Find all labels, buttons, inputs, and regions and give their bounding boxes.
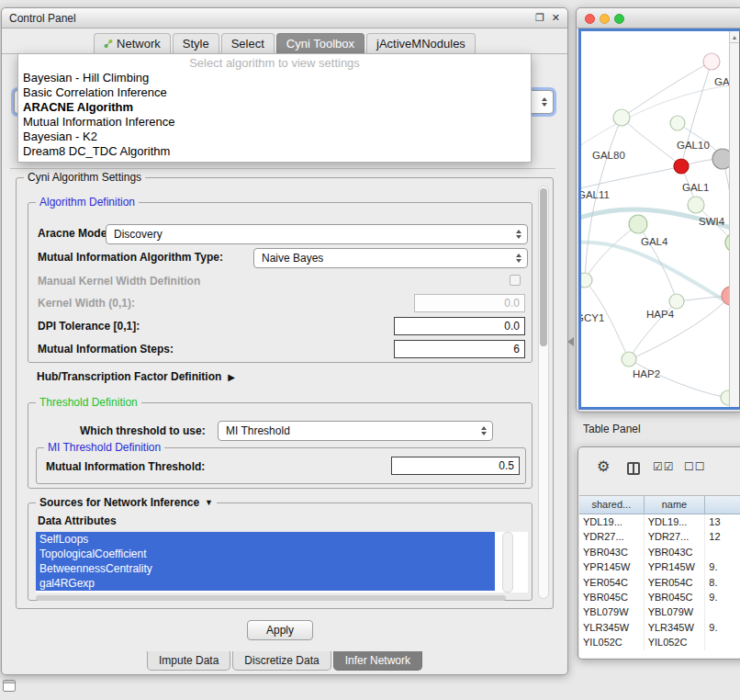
algorithm-option[interactable]: Dream8 DC_TDC Algorithm bbox=[18, 144, 531, 159]
table-row[interactable]: YBL079WYBL079W bbox=[579, 604, 740, 619]
network-edge[interactable] bbox=[581, 84, 729, 148]
scroll-up-icon[interactable]: ▲ bbox=[730, 31, 739, 43]
column-header[interactable] bbox=[705, 496, 740, 514]
combo-stepper-icon bbox=[513, 254, 527, 263]
network-node[interactable] bbox=[721, 390, 729, 405]
network-node[interactable] bbox=[613, 109, 630, 126]
network-node[interactable] bbox=[581, 273, 592, 288]
minimize-traffic-light-icon[interactable] bbox=[600, 14, 610, 24]
network-canvas[interactable]: GAL80GAL7GAL10GAL11GAL1SWI4GAL4GCY1HAP4H… bbox=[581, 31, 729, 407]
mi-steps-input[interactable] bbox=[394, 340, 525, 358]
dpi-tolerance-input[interactable] bbox=[394, 317, 525, 335]
attribute-list[interactable]: SelfLoopsTopologicalCoefficientBetweenne… bbox=[36, 532, 528, 593]
algorithm-option[interactable]: Mutual Information Inference bbox=[18, 115, 531, 130]
tab-network[interactable]: Network bbox=[94, 33, 171, 53]
bottom-tab-infer-network[interactable]: Infer Network bbox=[333, 651, 422, 671]
network-view-content[interactable]: GAL80GAL7GAL10GAL11GAL1SWI4GAL4GCY1HAP4H… bbox=[578, 28, 740, 410]
tab-style[interactable]: Style bbox=[173, 33, 219, 53]
attribute-item[interactable]: TopologicalCoefficient bbox=[36, 547, 495, 561]
table-row[interactable]: YLR345WYLR345W9. bbox=[579, 620, 740, 635]
settings-scrollbar-thumb[interactable] bbox=[540, 188, 547, 346]
attribute-list-hscrollbar[interactable] bbox=[36, 595, 506, 601]
column-header[interactable]: name bbox=[645, 496, 706, 514]
bottom-tab-impute-data[interactable]: Impute Data bbox=[147, 651, 230, 671]
network-edge[interactable] bbox=[581, 166, 681, 189]
network-node[interactable] bbox=[688, 197, 704, 213]
window-title: Control Panel bbox=[9, 12, 528, 25]
network-scrollbar[interactable]: ▲ bbox=[729, 31, 739, 407]
select-all-columns-icon[interactable]: ☑☑ bbox=[653, 460, 675, 473]
sources-title-text: Sources for Network Inference bbox=[39, 496, 199, 509]
node-attribute-table[interactable]: shared...name YDL19...YDL19...13YDR27...… bbox=[579, 495, 740, 658]
mi-threshold-input[interactable] bbox=[391, 457, 520, 475]
attribute-item[interactable]: SelfLoops bbox=[36, 532, 495, 547]
mi-algorithm-type-label: Mutual Information Algorithm Type: bbox=[38, 251, 223, 264]
algorithm-option[interactable]: Bayesian - K2 bbox=[18, 130, 531, 144]
network-edge[interactable] bbox=[723, 159, 729, 243]
network-node[interactable] bbox=[674, 159, 689, 174]
mi-steps-label: Mutual Information Steps: bbox=[38, 343, 174, 356]
settings-scrollbar[interactable] bbox=[538, 186, 549, 599]
combo-stepper-icon bbox=[539, 97, 553, 107]
network-node[interactable] bbox=[629, 215, 647, 233]
network-edge[interactable] bbox=[622, 62, 712, 118]
settings-group-title: Cyni Algorithm Settings bbox=[24, 171, 145, 184]
algorithm-option[interactable]: ARACNE Algorithm bbox=[18, 100, 531, 115]
close-traffic-light-icon[interactable] bbox=[585, 14, 595, 24]
close-window-icon[interactable]: ✕ bbox=[552, 13, 560, 23]
mi-algorithm-type-combobox[interactable]: Naive Bayes bbox=[253, 248, 528, 268]
attribute-item[interactable]: BetweennessCentrality bbox=[36, 561, 495, 576]
collapse-down-icon[interactable]: ▼ bbox=[205, 498, 213, 507]
hub-transcription-factor-section[interactable]: Hub/Transcription Factor Definition ▶ bbox=[37, 370, 235, 383]
apply-button[interactable]: Apply bbox=[247, 620, 313, 640]
table-row[interactable]: YDL19...YDL19...13 bbox=[579, 514, 740, 529]
columns-icon[interactable] bbox=[627, 462, 640, 475]
which-threshold-combobox[interactable]: MI Threshold bbox=[218, 421, 493, 441]
float-window-icon[interactable]: ❐ bbox=[535, 13, 544, 23]
network-node[interactable] bbox=[722, 287, 729, 305]
table-row[interactable]: YPR145WYPR145W9. bbox=[579, 559, 740, 574]
aracne-mode-label: Aracne Mode: bbox=[38, 227, 110, 240]
expand-right-icon[interactable]: ▶ bbox=[228, 372, 235, 382]
tab-jactivemnodules[interactable]: jActiveMNodules bbox=[366, 33, 476, 53]
tab-cyni-toolbox[interactable]: Cyni Toolbox bbox=[276, 33, 364, 53]
network-node[interactable] bbox=[622, 352, 636, 367]
manual-kernel-width-checkbox bbox=[510, 275, 521, 286]
table-cell: YDR27... bbox=[645, 529, 706, 544]
sources-group-title[interactable]: Sources for Network Inference ▼ bbox=[36, 496, 217, 509]
table-row[interactable]: YBR045CYBR045C9. bbox=[579, 590, 740, 604]
algorithm-option[interactable]: Bayesian - Hill Climbing bbox=[18, 71, 531, 85]
table-row[interactable]: YIL052CYIL052C bbox=[579, 635, 740, 649]
table-row[interactable]: YER054CYER054C8. bbox=[579, 575, 740, 590]
splitter-collapse-icon[interactable] bbox=[563, 337, 574, 346]
table-cell: YLR345W bbox=[579, 620, 645, 635]
column-header[interactable]: shared... bbox=[579, 496, 645, 514]
table-cell: YPR145W bbox=[579, 559, 645, 574]
minimized-window-icon[interactable] bbox=[3, 680, 16, 692]
attribute-list-scrollbar[interactable] bbox=[502, 532, 513, 593]
deselect-all-columns-icon[interactable]: ☐☐ bbox=[684, 460, 706, 473]
table-row[interactable]: YBR043CYBR043C bbox=[579, 545, 740, 559]
algorithm-option[interactable]: Basic Correlation Inference bbox=[18, 85, 531, 100]
combo-stepper-icon bbox=[478, 426, 492, 435]
node-label: GCY1 bbox=[581, 312, 604, 323]
table-row[interactable]: YDR27...YDR27...12 bbox=[579, 529, 740, 544]
algorithm-definition-title: Algorithm Definition bbox=[36, 196, 139, 209]
network-edge[interactable] bbox=[585, 224, 638, 280]
aracne-mode-combobox[interactable]: Discovery bbox=[106, 224, 528, 244]
tab-select[interactable]: Select bbox=[221, 33, 275, 53]
attribute-item[interactable]: gal4RGexp bbox=[36, 576, 495, 591]
data-attributes-label: Data Attributes bbox=[38, 514, 117, 527]
bottom-tab-discretize-data[interactable]: Discretize Data bbox=[232, 651, 331, 671]
zoom-traffic-light-icon[interactable] bbox=[614, 14, 624, 24]
gear-icon[interactable]: ⚙ bbox=[597, 459, 610, 474]
network-window-titlebar[interactable] bbox=[577, 8, 740, 28]
table-cell: YBL079W bbox=[645, 604, 706, 619]
tab-label: Select bbox=[231, 37, 264, 51]
control-panel-titlebar[interactable]: Control Panel ❐ ✕ bbox=[2, 8, 567, 28]
network-node[interactable] bbox=[670, 116, 685, 130]
network-node[interactable] bbox=[703, 53, 720, 70]
network-node[interactable] bbox=[712, 149, 729, 169]
node-label: GAL1 bbox=[682, 182, 709, 193]
network-node[interactable] bbox=[669, 294, 684, 309]
